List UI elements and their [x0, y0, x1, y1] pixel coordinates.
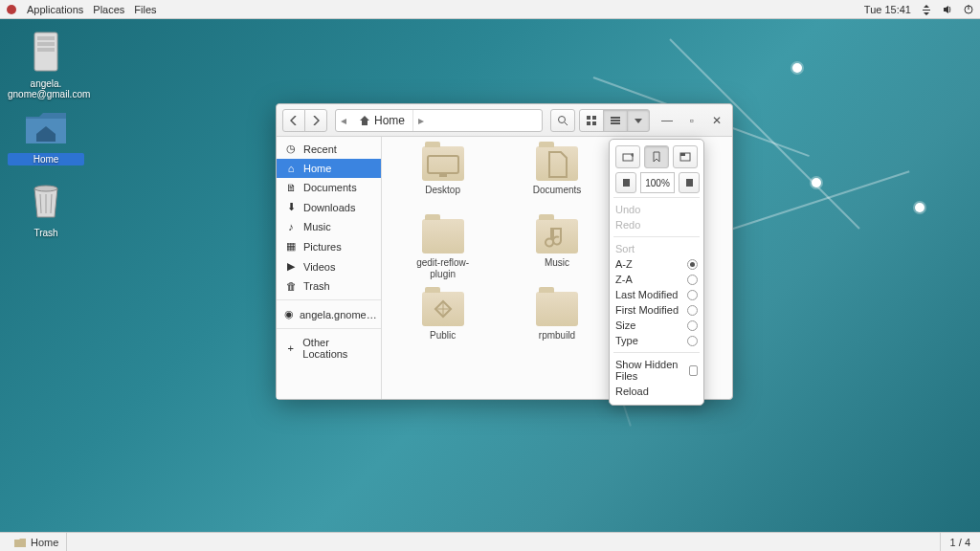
- workspace-indicator[interactable]: 1 / 4: [940, 533, 980, 551]
- svg-rect-16: [592, 121, 596, 125]
- svg-rect-17: [611, 117, 620, 119]
- sort-option-first-modified[interactable]: First Modified: [615, 302, 698, 318]
- back-button[interactable]: [282, 109, 305, 132]
- server-icon: [23, 29, 69, 75]
- sidebar-item-music[interactable]: ♪Music: [277, 217, 381, 236]
- folder-documents[interactable]: Documents: [501, 146, 612, 215]
- network-icon[interactable]: [921, 4, 932, 15]
- undo-item[interactable]: Undo: [615, 202, 698, 217]
- show-hidden-toggle[interactable]: Show Hidden Files: [615, 357, 698, 384]
- disk-icon: ◉: [284, 308, 294, 320]
- new-bookmark-button[interactable]: [644, 145, 669, 168]
- sidebar-item-downloads[interactable]: ⬇Downloads: [277, 197, 381, 217]
- pictures-icon: ▦: [284, 240, 298, 253]
- svg-rect-6: [37, 48, 55, 52]
- menu-files[interactable]: Files: [134, 4, 156, 15]
- titlebar[interactable]: ◂ Home ▸ — ▫ ✕: [277, 104, 732, 137]
- folder-music[interactable]: Music: [501, 219, 612, 288]
- folder-rpmbuild[interactable]: rpmbuild: [501, 292, 612, 361]
- folder-icon: [536, 219, 578, 253]
- menu-places[interactable]: Places: [93, 4, 124, 15]
- folder-public[interactable]: Public: [388, 292, 498, 361]
- desktop-icon-trash[interactable]: Trash: [8, 178, 84, 238]
- search-button[interactable]: [550, 109, 575, 132]
- folder-label: rpmbuild: [539, 330, 575, 342]
- zoom-row: 100%: [615, 172, 698, 193]
- folder-label: Public: [430, 330, 456, 342]
- folder-icon: [422, 292, 464, 326]
- clock[interactable]: Tue 15:41: [864, 4, 911, 15]
- sidebar-item-label: Home: [303, 163, 331, 174]
- sort-option-size[interactable]: Size: [615, 318, 698, 333]
- window-controls: — ▫ ✕: [657, 111, 726, 130]
- close-button[interactable]: ✕: [707, 111, 726, 130]
- svg-rect-20: [428, 156, 458, 173]
- sort-option-last-modified[interactable]: Last Modified: [615, 287, 698, 302]
- path-back-icon[interactable]: ◂: [336, 114, 351, 127]
- document-icon: 🗎: [284, 182, 298, 193]
- folder-label: Documents: [533, 185, 582, 196]
- sort-option-type[interactable]: Type: [615, 333, 698, 348]
- svg-rect-30: [686, 179, 693, 187]
- distro-logo-icon: [6, 4, 17, 15]
- sidebar-item-label: Documents: [303, 182, 357, 193]
- sidebar-item-documents[interactable]: 🗎Documents: [277, 178, 381, 197]
- folder-icon: [536, 146, 578, 181]
- folder-icon: [422, 219, 464, 253]
- download-icon: ⬇: [284, 201, 298, 213]
- desktop-icon-home[interactable]: Home: [8, 103, 84, 165]
- list-view-button[interactable]: [603, 109, 628, 132]
- home-icon: ⌂: [284, 163, 298, 174]
- forward-button[interactable]: [304, 109, 327, 132]
- sidebar-item-pictures[interactable]: ▦Pictures: [277, 236, 381, 256]
- svg-rect-28: [680, 153, 685, 156]
- sidebar-item-trash[interactable]: 🗑Trash: [277, 276, 381, 296]
- top-panel: Applications Places Files Tue 15:41: [0, 0, 980, 19]
- home-folder-icon: [23, 103, 69, 149]
- folder-gedit-reflow-plugin[interactable]: gedit-reflow-plugin: [388, 219, 498, 288]
- sidebar: ◷Recent⌂Home🗎Documents⬇Downloads♪Music▦P…: [277, 137, 382, 399]
- reload-item[interactable]: Reload: [615, 384, 698, 399]
- zoom-level: 100%: [640, 172, 675, 193]
- zoom-out-button[interactable]: [615, 172, 636, 193]
- new-tab-button[interactable]: [673, 145, 698, 168]
- grid-view-button[interactable]: [579, 109, 604, 132]
- plus-icon: +: [284, 342, 297, 354]
- sort-option-a-z[interactable]: A-Z: [615, 256, 698, 272]
- sidebar-item-other-locations[interactable]: +Other Locations: [277, 333, 381, 364]
- menu-applications[interactable]: Applications: [27, 4, 83, 15]
- maximize-button[interactable]: ▫: [682, 111, 702, 130]
- radio-icon: [687, 320, 698, 331]
- folder-desktop[interactable]: Desktop: [388, 146, 498, 215]
- sidebar-item-recent[interactable]: ◷Recent: [277, 139, 381, 159]
- redo-item[interactable]: Redo: [615, 217, 698, 232]
- svg-rect-13: [587, 116, 590, 120]
- sidebar-item-label: Music: [303, 221, 331, 232]
- zoom-in-button[interactable]: [679, 172, 700, 193]
- svg-line-12: [565, 122, 568, 125]
- sidebar-item-account[interactable]: ◉angela.gnome…⏏: [277, 304, 381, 324]
- path-forward-icon[interactable]: ▸: [413, 114, 429, 127]
- sidebar-item-home[interactable]: ⌂Home: [277, 159, 381, 178]
- power-icon[interactable]: [963, 4, 974, 15]
- folder-label: gedit-reflow-plugin: [410, 257, 477, 279]
- minimize-button[interactable]: —: [657, 111, 677, 130]
- new-folder-button[interactable]: [615, 145, 640, 168]
- path-segment-home[interactable]: Home: [351, 110, 413, 131]
- folder-icon: [536, 292, 578, 326]
- folder-icon: [422, 146, 464, 181]
- sidebar-item-label: Recent: [303, 143, 337, 155]
- taskbar-item-home[interactable]: Home: [6, 533, 67, 551]
- view-options-button[interactable]: [627, 109, 650, 132]
- sidebar-item-videos[interactable]: ▶Videos: [277, 256, 381, 276]
- desktop-icon-account[interactable]: angela. gnome@gmail.com: [8, 29, 84, 99]
- volume-icon[interactable]: [942, 4, 953, 15]
- videos-icon: ▶: [284, 260, 298, 273]
- view-options-popover: 100% Undo Redo Sort A-ZZ-ALast ModifiedF…: [609, 139, 704, 406]
- radio-icon: [687, 336, 698, 346]
- sort-option-z-a[interactable]: Z-A: [615, 272, 698, 287]
- bottom-panel: Home 1 / 4: [0, 532, 980, 551]
- svg-rect-21: [439, 173, 447, 177]
- svg-rect-4: [37, 36, 55, 40]
- folder-icon: [13, 537, 27, 548]
